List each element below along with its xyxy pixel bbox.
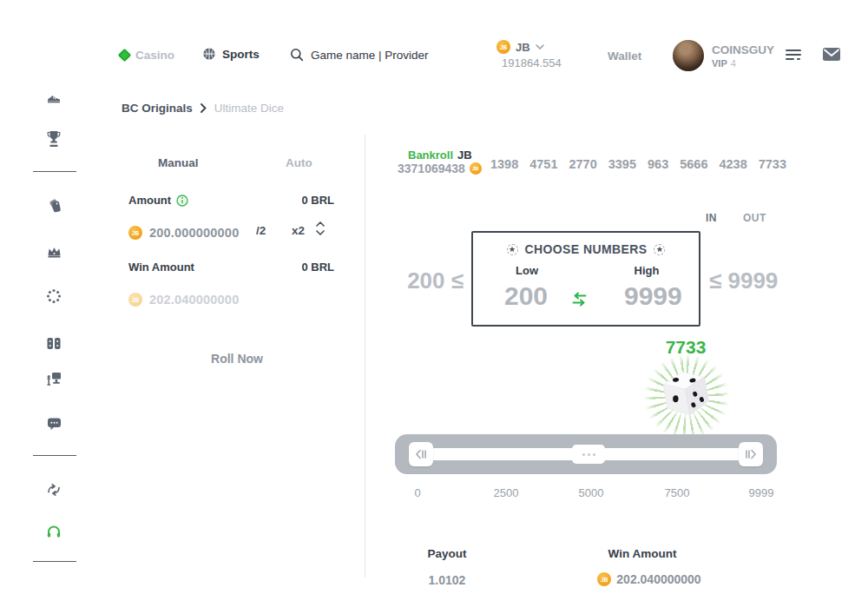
toggle-out[interactable]: OUT [743,212,766,224]
nav-casino-label: Casino [135,49,174,62]
history-result[interactable]: 4751 [529,157,557,171]
win-amount-value: 202.040000000 [149,293,239,307]
chat-bubble-icon [47,417,62,431]
slider-tick: 0 [404,486,431,499]
roll-now-button[interactable]: Roll Now [176,352,298,366]
vip-level: 4 [731,58,736,69]
amount-stepper[interactable] [314,219,326,238]
history-result[interactable]: 963 [648,157,668,171]
desk-monitor-icon [46,372,62,386]
sidebar-item-support[interactable] [42,521,66,540]
search-icon [290,48,304,62]
game-win-amount-label: Win Amount [577,547,707,560]
jb-coin-icon: JB [128,226,142,240]
breadcrumb: BC Originals Ultimate Dice [122,102,284,115]
sidebar-item-game-cards[interactable] [42,333,66,353]
left-bound-text: 200 ≤ [392,267,464,294]
envelope-icon [822,47,841,62]
slider-tick: 2500 [480,486,532,499]
win-amount-label: Win Amount [128,261,194,274]
wallet-button[interactable]: Wallet [608,50,641,63]
breadcrumb-parent[interactable]: BC Originals [122,102,193,115]
history-result[interactable]: 1398 [490,157,518,171]
bankroll-header: Bankroll JB [408,149,472,162]
headphones-icon [46,524,62,538]
panel-divider [365,135,365,578]
slider-tick: 7500 [651,486,703,499]
tags-icon [46,198,62,214]
sidebar-item-dotted-ring[interactable] [42,287,66,306]
sidebar-item-trophy[interactable] [42,129,66,149]
chevron-right-icon [201,103,207,113]
toggle-in[interactable]: IN [706,212,717,224]
history-result[interactable]: 7733 [759,157,786,171]
handle-left-glyph-icon [414,448,428,460]
profile-chip[interactable]: COINSGUY VIP 4 [673,40,774,71]
amount-label: Amount [128,194,171,207]
breadcrumb-current: Ultimate Dice [214,102,284,115]
slider-drag-tab[interactable] [572,445,605,464]
search-placeholder: Game name | Provider [311,49,429,62]
bankroll-currency: JB [457,149,472,162]
dotted-ring-icon [46,288,62,304]
trophy-icon [47,130,61,148]
bottom-clipped-row: 1.0102 JB 202.040000000 [0,572,868,586]
tab-manual[interactable]: Manual [158,156,199,169]
history-result[interactable]: 4238 [719,157,746,171]
sidebar-divider [33,171,76,172]
high-label: High [621,264,673,277]
green-swap-icon [571,292,588,307]
sidebar-item-crown[interactable] [42,241,66,261]
jb-coin-icon: JB [496,40,510,54]
double-bet-button[interactable]: x2 [292,224,305,237]
choose-numbers-title: CHOOSE NUMBERS [525,242,648,256]
balance-dropdown[interactable]: JB JB 191864.554 [496,40,562,69]
stepper-chevrons-icon [314,219,326,238]
slider-handle-high[interactable] [739,442,763,466]
tab-auto[interactable]: Auto [286,156,312,169]
history-result[interactable]: 3395 [608,157,636,171]
jb-coin-icon: JB [470,162,482,175]
slider-handle-low[interactable] [409,442,433,466]
nav-casino[interactable]: Casino [120,47,174,63]
sidebar-divider [33,455,76,456]
star-badge-icon [507,244,518,255]
sidebar-item-chat[interactable] [42,414,66,433]
avatar [673,40,704,71]
half-bet-button[interactable]: /2 [256,224,266,237]
sidebar-item-swap[interactable] [42,480,66,499]
balance-amount: 191864.554 [502,56,562,69]
win-fiat-value: 0 BRL [260,261,334,274]
low-value-input[interactable]: 200 [489,281,563,311]
info-icon[interactable] [176,195,188,207]
sneaker-icon [46,90,62,104]
currency-code: JB [516,41,530,54]
bankroll-label: Bankroll [408,149,453,162]
low-label: Low [501,264,553,277]
right-bound-text: ≤ 9999 [709,267,778,294]
chevron-down-icon [536,44,544,50]
choose-numbers-box: CHOOSE NUMBERS Low High 200 9999 [471,231,700,327]
win-amount-field: JB 202.040000000 [128,288,335,311]
results-history: 1398 4751 2770 3395 963 5666 4238 7733 [519,157,786,171]
amount-fiat-value: 0 BRL [260,194,334,207]
nav-sports[interactable]: Sports [202,46,260,62]
slider-tick: 9999 [735,486,787,499]
swap-values-button[interactable] [571,292,588,307]
payout-label: Payout [412,547,482,560]
inbox-button[interactable] [822,47,841,62]
vip-label: VIP [712,58,727,69]
jb-coin-icon: JB [128,293,142,307]
history-result[interactable]: 2770 [569,157,596,171]
history-result[interactable]: 5666 [680,157,707,171]
game-win-amount-value: 202.040000000 [616,572,700,586]
payout-value: 1.0102 [412,573,482,586]
search-input[interactable]: Game name | Provider [290,47,429,63]
amount-value: 200.000000000 [149,226,239,240]
sidebar-item-sneaker[interactable] [42,88,66,107]
high-value-input[interactable]: 9999 [617,281,698,311]
bankroll-value-row: 3371069438 JB [398,162,482,175]
sidebar-item-desk[interactable] [42,369,66,388]
sidebar-item-tags[interactable] [42,196,66,215]
casino-diamond-icon [118,48,132,62]
